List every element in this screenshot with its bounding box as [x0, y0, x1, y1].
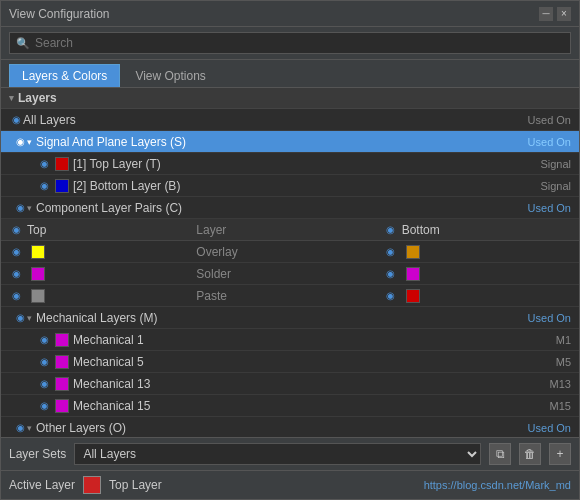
other-layers-group-row[interactable]: ◉ ▾ Other Layers (O) Used On: [1, 417, 579, 437]
overlay-pair-row: ◉ Overlay ◉: [1, 241, 579, 263]
paste-right-swatch[interactable]: [406, 289, 420, 303]
overlay-pair-right: ◉: [384, 245, 571, 259]
search-input-wrap: 🔍: [9, 32, 571, 54]
mechanical-group-eye[interactable]: ◉: [13, 311, 27, 325]
tab-layers-colors[interactable]: Layers & Colors: [9, 64, 120, 87]
mechanical13-swatch[interactable]: [55, 377, 69, 391]
paste-right-eye[interactable]: ◉: [384, 289, 398, 303]
mechanical1-type: M1: [556, 334, 571, 346]
layers-header: ▾ Layers: [1, 88, 579, 109]
mechanical-group-label: Mechanical Layers (M): [36, 311, 520, 325]
component-pairs-used-on: Used On: [520, 202, 571, 214]
pair-top-eye[interactable]: ◉: [9, 223, 23, 237]
other-layers-triangle: ▾: [27, 423, 32, 433]
mechanical-triangle: ▾: [27, 313, 32, 323]
signal-planes-group-row[interactable]: ◉ ▾ Signal And Plane Layers (S) Used On: [1, 131, 579, 153]
watermark-text: https://blog.csdn.net/Mark_md: [424, 479, 571, 491]
delete-layers-button[interactable]: 🗑: [519, 443, 541, 465]
pair-header-row: ◉ Top Layer ◉ Bottom: [1, 219, 579, 241]
mechanical15-row[interactable]: ◉ Mechanical 15 M15: [1, 395, 579, 417]
signal-planes-label: Signal And Plane Layers (S): [36, 135, 520, 149]
layers-section: ▾ Layers ◉ All Layers Used On ◉ ▾ Signal…: [1, 88, 579, 437]
tabs-row: Layers & Colors View Options: [1, 60, 579, 88]
mechanical1-label: Mechanical 1: [73, 333, 556, 347]
close-button[interactable]: ×: [557, 7, 571, 21]
all-layers-used-on: Used On: [520, 114, 571, 126]
overlay-right-eye[interactable]: ◉: [384, 245, 398, 259]
mechanical-used-on: Used On: [520, 312, 571, 324]
layer-sets-row: Layer Sets All Layers ⧉ 🗑 +: [1, 438, 579, 471]
top-layer-swatch[interactable]: [55, 157, 69, 171]
overlay-left-eye[interactable]: ◉: [9, 245, 23, 259]
mechanical13-label: Mechanical 13: [73, 377, 550, 391]
mechanical-group-row[interactable]: ◉ ▾ Mechanical Layers (M) Used On: [1, 307, 579, 329]
all-layers-eye[interactable]: ◉: [9, 113, 23, 127]
tab-view-options[interactable]: View Options: [122, 64, 218, 87]
mechanical1-eye[interactable]: ◉: [37, 333, 51, 347]
top-layer-eye[interactable]: ◉: [37, 157, 51, 171]
bottom-section: Layer Sets All Layers ⧉ 🗑 + Active Layer…: [1, 437, 579, 499]
bottom-layer-label: [2] Bottom Layer (B): [73, 179, 540, 193]
pin-button[interactable]: ─: [539, 7, 553, 21]
paste-left-eye[interactable]: ◉: [9, 289, 23, 303]
top-layer-type: Signal: [540, 158, 571, 170]
bottom-layer-eye[interactable]: ◉: [37, 179, 51, 193]
paste-pair-row: ◉ Paste ◉: [1, 285, 579, 307]
solder-left-swatch[interactable]: [31, 267, 45, 281]
mechanical1-row[interactable]: ◉ Mechanical 1 M1: [1, 329, 579, 351]
mechanical15-eye[interactable]: ◉: [37, 399, 51, 413]
solder-pair-right: ◉: [384, 267, 571, 281]
overlay-right-swatch[interactable]: [406, 245, 420, 259]
layer-sets-label: Layer Sets: [9, 447, 66, 461]
mechanical1-swatch[interactable]: [55, 333, 69, 347]
all-layers-label: All Layers: [23, 113, 520, 127]
copy-layers-button[interactable]: ⧉: [489, 443, 511, 465]
mechanical5-row[interactable]: ◉ Mechanical 5 M5: [1, 351, 579, 373]
pair-bottom-eye[interactable]: ◉: [384, 223, 398, 237]
mechanical5-type: M5: [556, 356, 571, 368]
mechanical5-eye[interactable]: ◉: [37, 355, 51, 369]
window-title: View Configuration: [9, 7, 110, 21]
mechanical5-label: Mechanical 5: [73, 355, 556, 369]
paste-pair-right: ◉: [384, 289, 571, 303]
add-layers-button[interactable]: +: [549, 443, 571, 465]
active-layer-label: Active Layer: [9, 478, 75, 492]
mechanical13-eye[interactable]: ◉: [37, 377, 51, 391]
bottom-layer-row[interactable]: ◉ [2] Bottom Layer (B) Signal: [1, 175, 579, 197]
top-layer-row[interactable]: ◉ [1] Top Layer (T) Signal: [1, 153, 579, 175]
overlay-left-swatch[interactable]: [31, 245, 45, 259]
solder-pair-row: ◉ Solder ◉: [1, 263, 579, 285]
other-layers-used-on: Used On: [520, 422, 571, 434]
active-layer-row: Active Layer Top Layer https://blog.csdn…: [1, 471, 579, 499]
pair-layer-label: Layer: [196, 223, 383, 237]
mechanical13-type: M13: [550, 378, 571, 390]
layers-triangle: ▾: [9, 93, 14, 103]
solder-left-eye[interactable]: ◉: [9, 267, 23, 281]
solder-pair-left: ◉: [9, 267, 196, 281]
component-pairs-eye[interactable]: ◉: [13, 201, 27, 215]
title-bar-controls: ─ ×: [539, 7, 571, 21]
active-layer-swatch[interactable]: [83, 476, 101, 494]
search-input[interactable]: [35, 36, 564, 50]
other-layers-eye[interactable]: ◉: [13, 421, 27, 435]
other-layers-label: Other Layers (O): [36, 421, 520, 435]
top-layer-label: [1] Top Layer (T): [73, 157, 540, 171]
overlay-label: Overlay: [196, 245, 383, 259]
component-pairs-group-row[interactable]: ◉ ▾ Component Layer Pairs (C) Used On: [1, 197, 579, 219]
content-area: ▾ Layers ◉ All Layers Used On ◉ ▾ Signal…: [1, 88, 579, 499]
solder-label: Solder: [196, 267, 383, 281]
solder-right-eye[interactable]: ◉: [384, 267, 398, 281]
mechanical15-swatch[interactable]: [55, 399, 69, 413]
mechanical15-label: Mechanical 15: [73, 399, 550, 413]
overlay-pair-left: ◉: [9, 245, 196, 259]
paste-left-swatch[interactable]: [31, 289, 45, 303]
all-layers-row[interactable]: ◉ All Layers Used On: [1, 109, 579, 131]
paste-pair-left: ◉: [9, 289, 196, 303]
paste-label: Paste: [196, 289, 383, 303]
bottom-layer-swatch[interactable]: [55, 179, 69, 193]
solder-right-swatch[interactable]: [406, 267, 420, 281]
signal-planes-eye[interactable]: ◉: [13, 135, 27, 149]
mechanical13-row[interactable]: ◉ Mechanical 13 M13: [1, 373, 579, 395]
mechanical5-swatch[interactable]: [55, 355, 69, 369]
layer-sets-select[interactable]: All Layers: [74, 443, 481, 465]
